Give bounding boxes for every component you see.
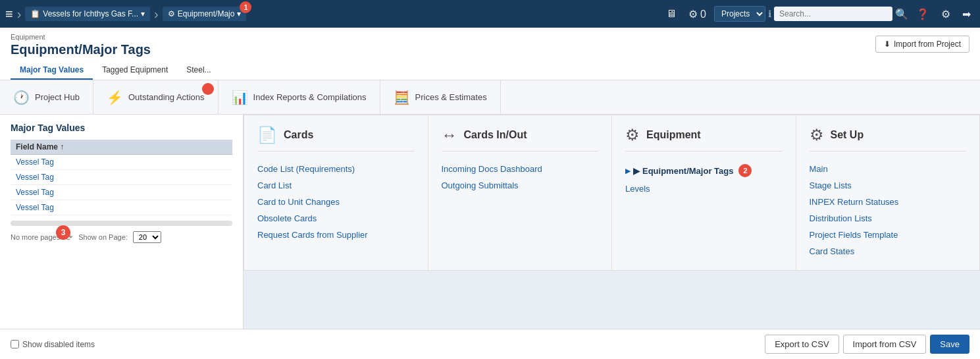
menu-outstanding-actions-label: Outstanding Actions — [128, 92, 205, 102]
nav-divider2: › — [154, 7, 159, 22]
link-obsolete-cards[interactable]: Obsolete Cards — [257, 210, 415, 227]
show-on-page-label: Show on Page: — [78, 233, 128, 241]
sidebar-field-2: Vessel Tag — [16, 173, 54, 182]
logout-icon-btn[interactable]: ➡ — [958, 5, 975, 23]
menu-project-hub-label: Project Hub — [35, 92, 80, 102]
link-card-to-unit-changes[interactable]: Card to Unit Changes — [257, 194, 415, 210]
sidebar-scrollbar[interactable] — [11, 221, 232, 226]
project2-nav[interactable]: ⚙ Equipment/Majo 1 ▾ — [163, 7, 247, 21]
mega-col-setup: ⚙ Set Up Main Stage Lists INPEX Return S… — [796, 115, 980, 270]
mega-setup-header: ⚙ Set Up — [810, 126, 967, 152]
menu-index-reports-label: Index Reports & Compilations — [253, 92, 367, 102]
link-main[interactable]: Main — [810, 161, 967, 177]
settings-count: 0 — [700, 9, 706, 20]
user-settings-icon-btn[interactable]: ⚙ — [937, 5, 954, 23]
project2-label: Equipment/Majo — [178, 9, 235, 18]
sidebar-footer: No more pages ⟳ Show on Page: 20 50 — [11, 231, 232, 243]
show-disabled-checkbox[interactable] — [11, 340, 19, 348]
equipment-major-tags-text: Equipment/Major Tags — [642, 166, 733, 176]
search-category-select[interactable]: Projects — [714, 6, 765, 22]
global-search-input[interactable] — [774, 7, 892, 21]
save-button[interactable]: Save — [930, 335, 969, 354]
project1-label: Vessels for Ichthys Gas F... — [43, 9, 138, 18]
show-disabled-text: Show disabled items — [22, 340, 95, 349]
download-icon: ⬇ — [884, 40, 890, 49]
mega-col-cards: 📄 Cards Code List (Requirements) Card Li… — [244, 115, 428, 270]
top-navigation: ≡ › 📋 Vessels for Ichthys Gas F... ▾ › ⚙… — [0, 0, 980, 28]
project-hub-icon: 🕐 — [13, 90, 30, 105]
active-link-arrow: ▶ — [633, 166, 640, 176]
equipment-col-icon: ⚙ — [625, 126, 640, 144]
link-equipment-major-tags[interactable]: ▶ Equipment/Major Tags 2 — [625, 161, 783, 180]
cards-inout-col-icon: ↔ — [442, 126, 457, 144]
link-inpex-return[interactable]: INPEX Return Statuses — [810, 194, 967, 210]
index-reports-icon: 📊 — [232, 90, 248, 105]
sidebar-field-3: Vessel Tag — [16, 188, 54, 197]
mega-col-cards-inout: ↔ Cards In/Out Incoming Docs Dashboard O… — [428, 115, 613, 270]
cards-inout-col-title: Cards In/Out — [464, 129, 527, 141]
help-icon-btn[interactable]: ❓ — [912, 5, 933, 23]
menu-prices-estimates-label: Prices & Estimates — [415, 92, 487, 102]
sidebar-title: Major Tag Values — [11, 123, 232, 133]
tab-tagged-equipment[interactable]: Tagged Equipment — [93, 61, 177, 80]
mega-cards-inout-header: ↔ Cards In/Out — [442, 126, 599, 152]
sidebar-row-1[interactable]: Vessel Tag — [11, 155, 232, 170]
import-csv-button[interactable]: Import from CSV — [843, 335, 927, 354]
equipment-badge2: 2 — [738, 164, 752, 177]
action-buttons: Export to CSV Import from CSV Save — [765, 335, 969, 354]
page-size-select[interactable]: 20 50 — [133, 231, 161, 243]
link-request-cards[interactable]: Request Cards from Supplier — [257, 227, 415, 243]
project1-dropdown-icon: ▾ — [141, 9, 145, 18]
mega-equipment-header: ⚙ Equipment — [625, 126, 783, 152]
sidebar-badge3: 3 — [56, 225, 70, 240]
sidebar-row-2[interactable]: Vessel Tag — [11, 170, 232, 185]
link-project-fields[interactable]: Project Fields Template — [810, 227, 967, 243]
project1-nav[interactable]: 📋 Vessels for Ichthys Gas F... ▾ — [25, 7, 150, 21]
link-card-list[interactable]: Card List — [257, 177, 415, 194]
sidebar-field-1: Vessel Tag — [16, 157, 54, 167]
setup-col-title: Set Up — [831, 129, 864, 141]
export-csv-button[interactable]: Export to CSV — [765, 335, 838, 354]
sidebar-table-header: Field Name ↑ — [11, 140, 232, 155]
info-icon: ℹ — [768, 9, 771, 19]
menu-prices-estimates[interactable]: 🧮 Prices & Estimates — [380, 80, 501, 114]
cards-col-title: Cards — [284, 129, 313, 141]
sidebar-row-4[interactable]: Vessel Tag — [11, 200, 232, 215]
link-distribution-lists[interactable]: Distribution Lists — [810, 210, 967, 227]
link-code-list[interactable]: Code List (Requirements) — [257, 161, 415, 177]
menu-outstanding-actions[interactable]: ⚡ Outstanding Actions — [93, 80, 219, 114]
sidebar-row-3[interactable]: Vessel Tag — [11, 185, 232, 200]
breadcrumb-module: Equipment — [11, 33, 151, 41]
sub-header: Equipment Equipment/Major Tags ⬇ Import … — [0, 28, 980, 80]
link-incoming-docs[interactable]: Incoming Docs Dashboard — [442, 161, 599, 177]
menu-project-hub[interactable]: 🕐 Project Hub — [0, 80, 93, 114]
setup-col-icon: ⚙ — [810, 126, 824, 144]
page-title: Equipment/Major Tags — [11, 42, 151, 57]
equipment-col-title: Equipment — [646, 129, 701, 141]
tab-major-tag-values[interactable]: Major Tag Values — [11, 61, 93, 80]
project2-icon: ⚙ — [168, 9, 175, 18]
nav-badge1: 1 — [240, 1, 251, 13]
project1-icon: 📋 — [30, 9, 40, 18]
sidebar-field-4: Vessel Tag — [16, 203, 54, 212]
app-logo: ≡ — [5, 7, 13, 22]
outstanding-badge — [202, 83, 214, 95]
import-from-project-button[interactable]: ⬇ Import from Project — [875, 36, 969, 53]
breadcrumb-section: Equipment Equipment/Major Tags — [11, 33, 151, 61]
screen-icon-btn[interactable]: 🖥 — [662, 5, 681, 22]
sidebar: 3 Major Tag Values Field Name ↑ Vessel T… — [0, 115, 244, 359]
show-disabled-label[interactable]: Show disabled items — [11, 340, 95, 349]
settings-gear-btn[interactable]: ⚙ 0 — [684, 5, 710, 23]
tab-steel[interactable]: Steel... — [177, 61, 220, 80]
import-btn-label: Import from Project — [894, 40, 961, 49]
mega-col-equipment: ⚙ Equipment ▶ Equipment/Major Tags 2 Lev… — [612, 115, 796, 270]
mega-menu: 📄 Cards Code List (Requirements) Card Li… — [244, 115, 980, 271]
link-outgoing-submittals[interactable]: Outgoing Submittals — [442, 177, 599, 194]
link-stage-lists[interactable]: Stage Lists — [810, 177, 967, 194]
link-card-states[interactable]: Card States — [810, 243, 967, 260]
sidebar-col-field: Field Name ↑ — [16, 142, 64, 152]
search-icon[interactable]: 🔍 — [895, 8, 908, 20]
menu-index-reports[interactable]: 📊 Index Reports & Compilations — [219, 80, 380, 114]
cards-col-icon: 📄 — [257, 126, 277, 144]
link-levels[interactable]: Levels — [625, 180, 783, 197]
